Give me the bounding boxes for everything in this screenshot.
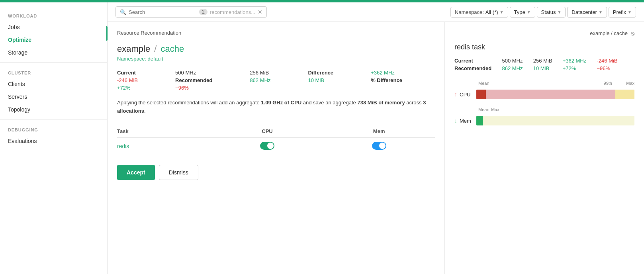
prefix-filter[interactable]: Prefix ▼ — [609, 7, 636, 18]
diff-mem: -246 MiB — [117, 77, 170, 83]
right-diff-cpu: +362 MHz — [563, 58, 593, 64]
right-current-mem: 256 MiB — [533, 58, 559, 64]
sidebar-item-label: Storage — [8, 49, 27, 56]
prefix-label: Prefix — [613, 9, 626, 15]
pct-diff-mem: −96% — [175, 85, 245, 91]
cpu-toggle[interactable] — [260, 142, 274, 150]
right-recommended-cpu: 862 MHz — [502, 65, 529, 71]
search-suffix: recommendations... — [210, 9, 255, 15]
status-label: Status — [541, 9, 556, 15]
pct-diff-label: % Difference — [371, 77, 435, 83]
recommended-mem: 10 MiB — [308, 77, 366, 83]
right-current-cpu: 500 MHz — [502, 58, 529, 64]
task-table: Task CPU Mem redis — [117, 125, 435, 155]
right-metrics-grid: Current 500 MHz 256 MiB +362 MHz -246 Mi… — [454, 58, 634, 71]
mem-chart-row: ↓ Mem — [454, 116, 634, 125]
main-content: 🔍 2 recommendations... ✕ Namespace: All … — [108, 2, 644, 274]
search-box[interactable]: 🔍 2 recommendations... ✕ — [115, 6, 267, 18]
sidebar-item-jobs[interactable]: Jobs — [0, 21, 107, 33]
accept-button[interactable]: Accept — [117, 165, 155, 180]
status-filter[interactable]: Status ▼ — [537, 7, 566, 18]
sidebar-item-storage[interactable]: Storage — [0, 46, 107, 59]
external-link-icon[interactable]: ⎋ — [631, 30, 634, 37]
content-area: Resource Recommendation example / cache … — [108, 22, 644, 274]
job-title: example / cache — [117, 44, 435, 54]
sidebar-item-clients[interactable]: Clients — [0, 78, 107, 90]
right-current-label: Current — [454, 58, 498, 64]
sidebar: WORKLOAD Jobs Optimize Storage CLUSTER C… — [0, 2, 108, 274]
cpu-chart-label: CPU — [460, 92, 474, 98]
mem-toggle[interactable] — [372, 142, 386, 150]
cpu-up-arrow-icon: ↑ — [454, 91, 457, 98]
workload-section-label: WORKLOAD — [0, 9, 107, 21]
current-label: Current — [117, 70, 170, 76]
task-col-header: Task — [117, 125, 211, 138]
namespace-filter[interactable]: Namespace: All (*) ▼ — [450, 7, 508, 18]
sidebar-item-label: Clients — [8, 81, 25, 87]
namespace-display: Namespace: default — [117, 56, 435, 62]
mem-down-arrow-icon: ↓ — [454, 117, 457, 124]
dismiss-button[interactable]: Dismiss — [159, 165, 198, 180]
right-pct-diff-mem: −96% — [597, 65, 624, 71]
panel-title: Resource Recommendation — [117, 30, 435, 36]
cpu-99th-label: 99th — [604, 81, 612, 86]
sidebar-divider-1 — [0, 62, 107, 63]
cpu-bar-area — [476, 90, 634, 99]
task-link[interactable]: redis — [117, 143, 129, 149]
sidebar-item-label: Jobs — [8, 24, 20, 30]
diff-cpu: +362 MHz — [371, 70, 435, 76]
cpu-bar-range — [486, 90, 616, 99]
cpu-max-label: Max — [626, 81, 634, 86]
job-namespace: example — [117, 44, 150, 54]
search-clear-icon[interactable]: ✕ — [258, 9, 262, 15]
search-count: 2 — [199, 9, 207, 15]
debugging-section-label: DEBUGGING — [0, 123, 107, 135]
mem-chart-container: Mean Max ↓ Mem — [454, 107, 634, 125]
recommended-label: Recommended — [175, 77, 245, 83]
cpu-chart-container: Mean 99th Max ↑ CPU — [454, 81, 634, 99]
sidebar-item-topology[interactable]: Topology — [0, 103, 107, 116]
sidebar-item-label: Servers — [8, 94, 27, 100]
metrics-grid: Current 500 MHz 256 MiB Difference +362 … — [117, 70, 435, 91]
current-mem: 256 MiB — [250, 70, 303, 76]
table-row: redis — [117, 137, 435, 155]
task-name-cell: redis — [117, 137, 211, 155]
breadcrumb: example / cache — [590, 30, 628, 36]
datacenter-filter[interactable]: Datacenter ▼ — [567, 7, 607, 18]
namespace-value: All (*) — [485, 9, 498, 15]
sidebar-item-label: Optimize — [8, 37, 31, 43]
recommended-cpu: 862 MHz — [250, 77, 303, 83]
mem-chart-label: Mem — [460, 118, 474, 124]
mem-bar-area — [476, 116, 634, 125]
mem-bar-current — [476, 116, 483, 125]
filter-group: Namespace: All (*) ▼ Type ▼ Status ▼ Dat… — [450, 7, 636, 18]
chevron-down-icon: ▼ — [500, 10, 504, 14]
diff-label: Difference — [308, 70, 366, 76]
active-sidebar-bar — [106, 26, 108, 41]
cpu-bar-max — [615, 90, 634, 99]
datacenter-label: Datacenter — [572, 9, 597, 15]
sidebar-divider-2 — [0, 119, 107, 119]
mem-mean-label: Mean — [478, 107, 489, 112]
mem-max-label: Max — [491, 107, 499, 112]
chevron-down-icon: ▼ — [527, 10, 531, 14]
cpu-bar-current — [476, 90, 486, 99]
mem-bar-background — [476, 116, 634, 125]
chevron-down-icon: ▼ — [557, 10, 561, 14]
sidebar-item-servers[interactable]: Servers — [0, 90, 107, 103]
job-name: cache — [161, 44, 184, 54]
mem-toggle-cell — [323, 137, 435, 155]
sidebar-item-optimize[interactable]: Optimize — [0, 33, 107, 46]
right-pct-diff-cpu: +72% — [563, 65, 593, 71]
mem-col-header: Mem — [323, 125, 435, 138]
type-filter[interactable]: Type ▼ — [510, 7, 535, 18]
sidebar-item-label: Evaluations — [8, 138, 37, 144]
right-diff-mem: -246 MiB — [597, 58, 624, 64]
sidebar-item-evaluations[interactable]: Evaluations — [0, 135, 107, 147]
cluster-section-label: CLUSTER — [0, 66, 107, 78]
chevron-down-icon: ▼ — [628, 10, 632, 14]
right-panel-header: example / cache ⎋ — [454, 30, 634, 37]
toolbar: 🔍 2 recommendations... ✕ Namespace: All … — [108, 2, 644, 22]
left-panel: Resource Recommendation example / cache … — [108, 22, 445, 274]
search-input[interactable] — [129, 9, 197, 15]
